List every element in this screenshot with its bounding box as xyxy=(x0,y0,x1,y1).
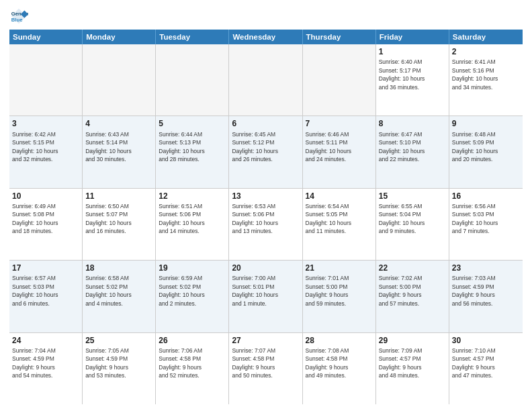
day-info: Sunrise: 6:54 AM Sunset: 5:05 PM Dayligh… xyxy=(306,203,352,234)
svg-text:Blue: Blue xyxy=(11,17,23,23)
day-number: 10 xyxy=(12,191,79,201)
day-info: Sunrise: 7:04 AM Sunset: 4:59 PM Dayligh… xyxy=(12,347,56,379)
day-number: 22 xyxy=(379,263,446,273)
header: General Blue xyxy=(9,7,523,26)
day-info: Sunrise: 7:05 AM Sunset: 4:59 PM Dayligh… xyxy=(85,347,129,379)
day-cell-9: 9Sunrise: 6:48 AM Sunset: 5:09 PM Daylig… xyxy=(449,116,523,187)
day-number: 26 xyxy=(159,335,226,346)
day-header-sunday: Sunday xyxy=(9,30,83,44)
day-cell-27: 27Sunrise: 7:07 AM Sunset: 4:58 PM Dayli… xyxy=(229,333,302,404)
day-number: 5 xyxy=(159,118,226,129)
day-info: Sunrise: 6:50 AM Sunset: 5:07 PM Dayligh… xyxy=(85,203,132,234)
day-info: Sunrise: 7:01 AM Sunset: 5:00 PM Dayligh… xyxy=(306,275,349,306)
day-number: 17 xyxy=(12,263,79,273)
day-info: Sunrise: 7:06 AM Sunset: 4:58 PM Dayligh… xyxy=(159,347,202,379)
day-number: 30 xyxy=(452,335,520,346)
day-number: 14 xyxy=(306,191,373,201)
day-cell-16: 16Sunrise: 6:56 AM Sunset: 5:03 PM Dayli… xyxy=(449,189,523,260)
day-cell-26: 26Sunrise: 7:06 AM Sunset: 4:58 PM Dayli… xyxy=(156,333,229,404)
day-info: Sunrise: 6:41 AM Sunset: 5:16 PM Dayligh… xyxy=(452,58,498,90)
day-info: Sunrise: 6:47 AM Sunset: 5:10 PM Dayligh… xyxy=(379,131,425,163)
day-info: Sunrise: 6:49 AM Sunset: 5:08 PM Dayligh… xyxy=(12,203,58,234)
day-number: 13 xyxy=(232,191,299,201)
day-cell-1: 1Sunrise: 6:40 AM Sunset: 5:17 PM Daylig… xyxy=(376,44,449,116)
day-number: 28 xyxy=(306,335,373,346)
logo-icon: General Blue xyxy=(9,7,28,26)
day-number: 16 xyxy=(452,191,520,201)
empty-cell-r0c3 xyxy=(229,44,302,116)
day-number: 11 xyxy=(85,191,152,201)
day-number: 24 xyxy=(12,335,79,346)
day-number: 20 xyxy=(232,263,299,273)
day-header-thursday: Thursday xyxy=(303,30,376,44)
day-info: Sunrise: 6:48 AM Sunset: 5:09 PM Dayligh… xyxy=(452,131,498,163)
day-cell-21: 21Sunrise: 7:01 AM Sunset: 5:00 PM Dayli… xyxy=(303,261,376,332)
day-cell-15: 15Sunrise: 6:55 AM Sunset: 5:04 PM Dayli… xyxy=(376,189,449,260)
day-number: 29 xyxy=(379,335,446,346)
day-info: Sunrise: 7:09 AM Sunset: 4:57 PM Dayligh… xyxy=(379,347,423,379)
calendar-body: 1Sunrise: 6:40 AM Sunset: 5:17 PM Daylig… xyxy=(9,44,523,404)
calendar-row-2: 10Sunrise: 6:49 AM Sunset: 5:08 PM Dayli… xyxy=(9,189,523,261)
day-info: Sunrise: 7:07 AM Sunset: 4:58 PM Dayligh… xyxy=(232,347,275,379)
day-cell-3: 3Sunrise: 6:42 AM Sunset: 5:15 PM Daylig… xyxy=(9,116,83,187)
page: General Blue SundayMondayTuesdayWednesda… xyxy=(0,0,532,411)
day-info: Sunrise: 6:40 AM Sunset: 5:17 PM Dayligh… xyxy=(379,58,425,90)
day-number: 19 xyxy=(159,263,226,273)
day-number: 27 xyxy=(232,335,299,346)
day-header-saturday: Saturday xyxy=(449,30,523,44)
calendar-row-4: 24Sunrise: 7:04 AM Sunset: 4:59 PM Dayli… xyxy=(9,333,523,404)
day-info: Sunrise: 7:00 AM Sunset: 5:01 PM Dayligh… xyxy=(232,275,278,306)
empty-cell-r0c4 xyxy=(303,44,376,116)
day-number: 15 xyxy=(379,191,446,201)
day-number: 2 xyxy=(452,46,520,57)
day-header-tuesday: Tuesday xyxy=(156,30,229,44)
day-cell-30: 30Sunrise: 7:10 AM Sunset: 4:57 PM Dayli… xyxy=(449,333,523,404)
day-number: 9 xyxy=(452,118,520,129)
day-cell-5: 5Sunrise: 6:44 AM Sunset: 5:13 PM Daylig… xyxy=(156,116,229,187)
day-info: Sunrise: 6:57 AM Sunset: 5:03 PM Dayligh… xyxy=(12,275,58,306)
day-cell-14: 14Sunrise: 6:54 AM Sunset: 5:05 PM Dayli… xyxy=(303,189,376,260)
day-info: Sunrise: 7:03 AM Sunset: 4:59 PM Dayligh… xyxy=(452,275,496,306)
empty-cell-r0c0 xyxy=(9,44,83,116)
day-cell-28: 28Sunrise: 7:08 AM Sunset: 4:58 PM Dayli… xyxy=(303,333,376,404)
day-number: 1 xyxy=(379,46,446,57)
day-cell-17: 17Sunrise: 6:57 AM Sunset: 5:03 PM Dayli… xyxy=(9,261,83,332)
day-number: 21 xyxy=(306,263,373,273)
day-info: Sunrise: 6:59 AM Sunset: 5:02 PM Dayligh… xyxy=(159,275,205,306)
day-cell-2: 2Sunrise: 6:41 AM Sunset: 5:16 PM Daylig… xyxy=(449,44,523,116)
day-cell-11: 11Sunrise: 6:50 AM Sunset: 5:07 PM Dayli… xyxy=(83,189,156,260)
day-number: 25 xyxy=(85,335,152,346)
day-cell-12: 12Sunrise: 6:51 AM Sunset: 5:06 PM Dayli… xyxy=(156,189,229,260)
day-cell-29: 29Sunrise: 7:09 AM Sunset: 4:57 PM Dayli… xyxy=(376,333,449,404)
day-number: 8 xyxy=(379,118,446,129)
day-info: Sunrise: 6:56 AM Sunset: 5:03 PM Dayligh… xyxy=(452,203,498,234)
day-info: Sunrise: 6:53 AM Sunset: 5:06 PM Dayligh… xyxy=(232,203,278,234)
day-cell-25: 25Sunrise: 7:05 AM Sunset: 4:59 PM Dayli… xyxy=(83,333,156,404)
day-cell-6: 6Sunrise: 6:45 AM Sunset: 5:12 PM Daylig… xyxy=(229,116,302,187)
calendar-row-3: 17Sunrise: 6:57 AM Sunset: 5:03 PM Dayli… xyxy=(9,261,523,332)
calendar: SundayMondayTuesdayWednesdayThursdayFrid… xyxy=(9,30,523,404)
empty-cell-r0c2 xyxy=(156,44,229,116)
day-number: 6 xyxy=(232,118,299,129)
day-cell-18: 18Sunrise: 6:58 AM Sunset: 5:02 PM Dayli… xyxy=(83,261,156,332)
day-cell-4: 4Sunrise: 6:43 AM Sunset: 5:14 PM Daylig… xyxy=(83,116,156,187)
day-cell-22: 22Sunrise: 7:02 AM Sunset: 5:00 PM Dayli… xyxy=(376,261,449,332)
day-cell-7: 7Sunrise: 6:46 AM Sunset: 5:11 PM Daylig… xyxy=(303,116,376,187)
day-cell-23: 23Sunrise: 7:03 AM Sunset: 4:59 PM Dayli… xyxy=(449,261,523,332)
calendar-row-1: 3Sunrise: 6:42 AM Sunset: 5:15 PM Daylig… xyxy=(9,116,523,188)
day-info: Sunrise: 6:45 AM Sunset: 5:12 PM Dayligh… xyxy=(232,131,278,163)
day-info: Sunrise: 6:51 AM Sunset: 5:06 PM Dayligh… xyxy=(159,203,205,234)
day-number: 3 xyxy=(12,118,79,129)
day-cell-24: 24Sunrise: 7:04 AM Sunset: 4:59 PM Dayli… xyxy=(9,333,83,404)
day-header-wednesday: Wednesday xyxy=(229,30,302,44)
day-info: Sunrise: 7:02 AM Sunset: 5:00 PM Dayligh… xyxy=(379,275,423,306)
day-number: 18 xyxy=(85,263,152,273)
day-cell-19: 19Sunrise: 6:59 AM Sunset: 5:02 PM Dayli… xyxy=(156,261,229,332)
day-header-monday: Monday xyxy=(83,30,156,44)
day-info: Sunrise: 7:08 AM Sunset: 4:58 PM Dayligh… xyxy=(306,347,349,379)
day-info: Sunrise: 6:55 AM Sunset: 5:04 PM Dayligh… xyxy=(379,203,425,234)
logo: General Blue xyxy=(9,7,30,26)
day-number: 4 xyxy=(85,118,152,129)
day-info: Sunrise: 6:44 AM Sunset: 5:13 PM Dayligh… xyxy=(159,131,205,163)
day-number: 7 xyxy=(306,118,373,129)
